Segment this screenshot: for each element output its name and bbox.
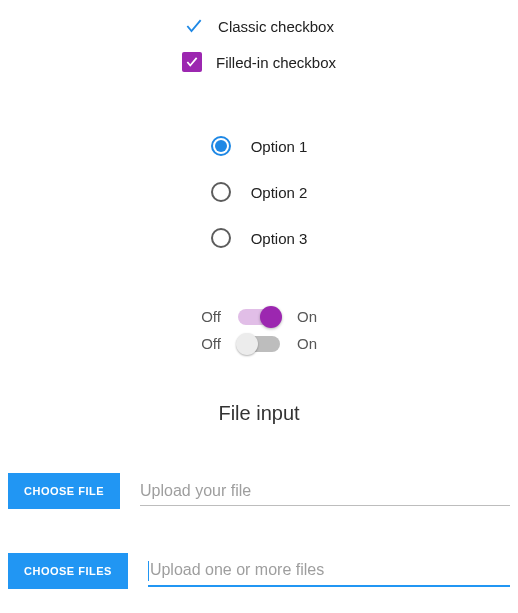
radio-button-icon: [211, 136, 231, 156]
text-cursor-icon: [148, 561, 149, 581]
check-icon: [184, 15, 204, 37]
checkbox-classic-label: Classic checkbox: [218, 18, 334, 35]
switch-toggle[interactable]: [238, 309, 280, 325]
choose-files-button[interactable]: CHOOSE FILES: [8, 553, 128, 589]
switch-thumb-icon: [236, 333, 258, 355]
check-icon: [185, 55, 199, 69]
file-input-title: File input: [218, 402, 299, 425]
radio-label: Option 2: [251, 184, 308, 201]
switch-off-label: Off: [198, 308, 224, 325]
file-input-multi-row: CHOOSE FILES Upload one or more files: [8, 553, 510, 589]
radio-group: Option 1 Option 2 Option 3: [211, 136, 308, 248]
switch-row-2: Off On: [198, 335, 320, 352]
checkbox-filled[interactable]: [182, 52, 202, 72]
file-placeholder: Upload one or more files: [150, 561, 324, 578]
radio-option-3[interactable]: Option 3: [211, 228, 308, 248]
radio-button-icon: [211, 182, 231, 202]
checkbox-classic-row: Classic checkbox: [184, 16, 334, 36]
file-input-section: CHOOSE FILE Upload your file CHOOSE FILE…: [0, 473, 518, 589]
switch-on-label: On: [294, 335, 320, 352]
file-input-multi[interactable]: Upload one or more files: [148, 561, 510, 581]
radio-option-2[interactable]: Option 2: [211, 182, 308, 202]
file-input-single[interactable]: Upload your file: [140, 482, 510, 500]
file-placeholder: Upload your file: [140, 482, 251, 499]
checkbox-classic[interactable]: [184, 16, 204, 36]
switch-toggle[interactable]: [238, 336, 280, 352]
checkbox-filled-label: Filled-in checkbox: [216, 54, 336, 71]
radio-button-icon: [211, 228, 231, 248]
radio-label: Option 3: [251, 230, 308, 247]
radio-option-1[interactable]: Option 1: [211, 136, 308, 156]
switch-on-label: On: [294, 308, 320, 325]
switch-group: Off On Off On: [198, 308, 320, 352]
checkbox-filled-row: Filled-in checkbox: [182, 52, 336, 72]
switch-off-label: Off: [198, 335, 224, 352]
choose-file-button[interactable]: CHOOSE FILE: [8, 473, 120, 509]
switch-row-1: Off On: [198, 308, 320, 325]
switch-thumb-icon: [260, 306, 282, 328]
file-input-single-row: CHOOSE FILE Upload your file: [8, 473, 510, 509]
radio-label: Option 1: [251, 138, 308, 155]
